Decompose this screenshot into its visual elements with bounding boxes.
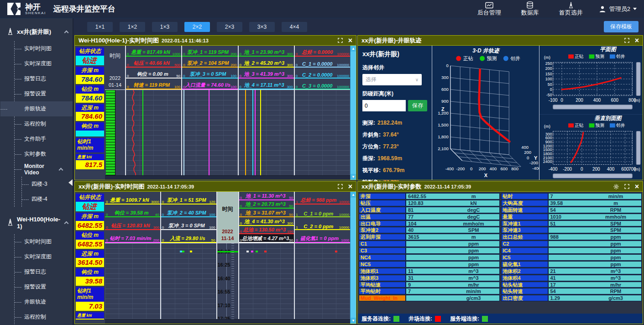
- scroll-down-icon[interactable]: ▼: [351, 174, 356, 180]
- well-group-header[interactable]: xx井(新井眼): [0, 23, 73, 41]
- sidebar-item[interactable]: 实时参数: [15, 147, 73, 162]
- layout-button[interactable]: 1×3: [152, 22, 178, 32]
- expand-icon[interactable]: [338, 184, 343, 189]
- table-row: Mud_Weight_Ing/cm3出口密度1.29g/cm3: [359, 295, 642, 301]
- close-icon[interactable]: ×: [635, 183, 639, 190]
- save-template-button[interactable]: 保存模板: [604, 21, 639, 32]
- svg-text:200: 200: [592, 167, 600, 172]
- param-value-cell: 54RPM: [548, 288, 642, 294]
- param-name: 出温: [359, 214, 406, 220]
- layout-button[interactable]: 1×2: [120, 22, 145, 32]
- sidebar-item[interactable]: 实时深度图: [15, 56, 73, 71]
- expand-icon[interactable]: [338, 38, 343, 43]
- user-menu[interactable]: 管理员2: [598, 5, 637, 13]
- horizontal-scrollbar[interactable]: [105, 175, 350, 180]
- nav-item[interactable]: 后台管理: [477, 2, 501, 16]
- param-value-cell: ppm: [548, 247, 642, 254]
- param-name: 钻头钻速: [501, 282, 548, 288]
- sidebar-item[interactable]: 报警设置: [15, 86, 73, 101]
- param-value-cell: 3615m: [406, 234, 500, 240]
- close-icon[interactable]: ×: [635, 37, 639, 44]
- panel-header: xx井(新井眼)-实时时间图 2022-11-14 17:05:39 ×: [75, 182, 356, 192]
- connection-status: 井场连接:: [408, 315, 441, 323]
- layout-toolbar: 1×11×21×32×22×33×34×4 保存模板: [73, 18, 644, 35]
- time-tick-label: 16:40: [218, 276, 230, 281]
- curve-legend: 1总烃 = 988 ppm10000: [295, 192, 350, 204]
- param-value-cell: 988ppm: [548, 234, 642, 240]
- nav-menu: 后台管理数据库首页选井: [477, 1, 583, 16]
- shenkai-logo-icon: [6, 2, 21, 16]
- parameter-box: 钻时1 min/m: [76, 138, 104, 152]
- panel-title: xx井(新井眼): [361, 37, 396, 45]
- layout-button[interactable]: 4×4: [282, 22, 307, 32]
- database-icon: [521, 1, 539, 9]
- sidebar-item[interactable]: 井眼轨迹: [0, 101, 73, 116]
- sidebar-item[interactable]: Monitor Video: [15, 162, 73, 177]
- scroll-down-icon[interactable]: ▼: [351, 318, 356, 324]
- curve-legend: 0泵冲_2 = 40 SPM100: [161, 204, 216, 217]
- svg-text:垂直剖面图: 垂直剖面图: [594, 115, 622, 121]
- svg-text:400: 400: [607, 167, 615, 172]
- curve-track: 0泵冲_1 = 51 SPM1200泵冲_2 = 40 SPM1000泵冲_3 …: [160, 192, 216, 324]
- sidebar-item[interactable]: 远程控制: [15, 309, 73, 325]
- sidebar-subitem[interactable]: 四楼-3: [22, 177, 73, 192]
- parameter-box: 钻井状态钻进: [76, 47, 104, 65]
- close-icon[interactable]: ×: [348, 183, 352, 190]
- table-row: 平均钻速9m/hr钻头钻速17m/hr: [359, 282, 642, 288]
- expand-icon[interactable]: [624, 184, 629, 189]
- sidebar-item[interactable]: 远程控制: [15, 116, 73, 131]
- param-value-cell: 17m/hr: [548, 282, 642, 288]
- parameter-value: [76, 319, 104, 320]
- parameter-label: 悬重 kN: [76, 154, 104, 160]
- layout-button[interactable]: 3×3: [249, 22, 275, 32]
- svg-text:900: 900: [441, 99, 449, 104]
- param-name: 硫化氢1: [501, 261, 548, 267]
- layout-button[interactable]: 2×2: [184, 22, 210, 32]
- sidebar-item[interactable]: 报警日志: [15, 71, 73, 86]
- parameter-value: 钻进: [76, 202, 104, 211]
- svg-text:0: 0: [560, 98, 563, 103]
- expand-icon[interactable]: [624, 38, 629, 43]
- nav-item[interactable]: 首页选井: [559, 1, 583, 16]
- gear-icon[interactable]: [613, 184, 619, 189]
- param-name: C1: [359, 241, 406, 247]
- svg-text:100: 100: [545, 77, 552, 81]
- anticollision-distance-input[interactable]: [362, 100, 406, 111]
- table-row: C1ppmC2ppm: [359, 241, 642, 247]
- curve-legend: 0泵冲_1 = 119 SPM200: [182, 46, 237, 57]
- sidebar-item[interactable]: 实时时间图: [15, 234, 73, 249]
- neighbor-well-select[interactable]: 选择∨: [362, 74, 422, 85]
- sidebar-collapse-handle[interactable]: [68, 179, 73, 186]
- vertical-scrollbar[interactable]: ▲▼: [350, 46, 356, 180]
- nav-item[interactable]: 数据库: [521, 1, 539, 16]
- scroll-up-icon[interactable]: ▲: [351, 46, 356, 52]
- well-name: xx井(新井眼): [362, 50, 427, 58]
- svg-text:2,100: 2,100: [438, 146, 449, 151]
- param-value-cell: ppm: [548, 241, 642, 247]
- well-group: xx井(新井眼)实时时间图实时深度图报警日志报警设置井眼轨迹远程控制文件助手实时…: [0, 18, 73, 207]
- curve-legend: 0钻时 = 7.03 min/m200: [105, 230, 160, 243]
- save-button[interactable]: 保存: [408, 100, 427, 111]
- trajectory-info-panel: xx井(新井眼) 选择邻井 选择∨ 防碰距离(米) 保存 测深:2182.24m…: [358, 46, 432, 180]
- svg-text:邻井: 邻井: [616, 54, 625, 59]
- curve-legend: 0池_4 = 41.30 m^3300: [239, 217, 294, 226]
- layout-button[interactable]: 1×1: [87, 22, 113, 32]
- param-name: IC5: [501, 254, 548, 261]
- curve-legend: 0C_1 = 0.0000100000: [295, 57, 350, 68]
- close-icon[interactable]: ×: [348, 37, 352, 44]
- scroll-up-icon[interactable]: ▲: [351, 192, 356, 198]
- sidebar-item[interactable]: 报警日志: [15, 264, 73, 279]
- sidebar-item[interactable]: 实时时间图: [15, 41, 73, 56]
- vertical-scrollbar[interactable]: ▲▼: [350, 192, 356, 324]
- layout-button[interactable]: 2×3: [217, 22, 242, 32]
- sidebar-item[interactable]: 文件助手: [15, 131, 73, 147]
- sidebar-subitem[interactable]: 四楼-4: [22, 192, 73, 207]
- well-group-header[interactable]: Wei-H100(Hole-1): [0, 211, 73, 234]
- param-name: 入口温度: [359, 207, 406, 213]
- sidebar-item[interactable]: 井眼轨迹: [15, 294, 73, 309]
- neighbor-well-label: 选择邻井: [362, 64, 427, 72]
- horizontal-scrollbar[interactable]: [105, 319, 350, 324]
- sidebar-item[interactable]: 实时深度图: [15, 249, 73, 264]
- sidebar-item[interactable]: 报警设置: [15, 279, 73, 294]
- panel-realtime-time-chart-1: Wei-H100(Hole-1)-实时时间图 2022-01-14 11:46:…: [74, 35, 356, 180]
